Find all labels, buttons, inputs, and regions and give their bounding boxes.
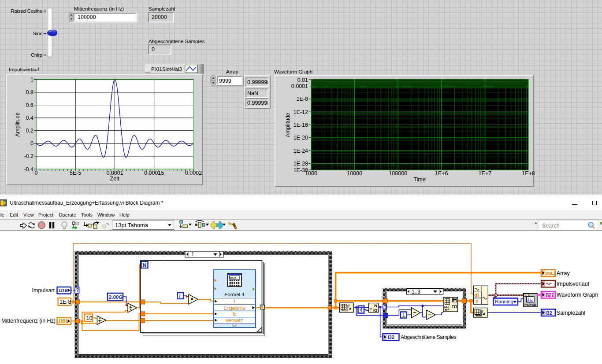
svg-text:1: 1 <box>191 251 194 257</box>
svg-text:DBL: DBL <box>59 318 69 324</box>
svg-text:1: 1 <box>402 313 405 318</box>
svg-text:Array: Array <box>557 270 570 276</box>
svg-text:?: ? <box>76 287 78 293</box>
svg-text:dt: dt <box>475 292 479 298</box>
svg-text:1E-20: 1E-20 <box>294 135 308 141</box>
svg-text:1E-28: 1E-28 <box>294 161 308 167</box>
svg-text:i: i <box>179 294 181 299</box>
svg-text:fc: fc <box>232 311 237 317</box>
svg-text:0.0001: 0.0001 <box>291 83 308 89</box>
svg-text:1E-12: 1E-12 <box>294 109 308 115</box>
svg-text:PS/PSD: PS/PSD <box>524 303 536 307</box>
svg-text:?: ? <box>384 305 386 309</box>
svg-text:0.01: 0.01 <box>297 77 308 83</box>
svg-text:Amplitude: Amplitude <box>285 113 291 137</box>
svg-text:÷: ÷ <box>370 306 372 311</box>
svg-text:N: N <box>143 262 147 268</box>
svg-text:10: 10 <box>86 315 93 321</box>
svg-text:I32: I32 <box>388 335 394 340</box>
svg-text:I32: I32 <box>546 310 552 316</box>
svg-text:Samplezahl: Samplezahl <box>557 310 585 316</box>
svg-text:1000: 1000 <box>305 170 317 176</box>
svg-text:IQ: IQ <box>373 308 377 313</box>
svg-text:Impulsart: Impulsart <box>32 287 55 294</box>
svg-text:t: t <box>234 298 235 305</box>
svg-text:U16: U16 <box>59 288 67 293</box>
svg-text:Waveform Graph: Waveform Graph <box>557 292 598 298</box>
svg-text:Y: Y <box>476 299 479 304</box>
svg-text:1E+8: 1E+8 <box>522 170 535 176</box>
svg-text:1E-8: 1E-8 <box>297 96 308 102</box>
svg-text:1E-8: 1E-8 <box>59 299 71 305</box>
svg-text:1..3: 1..3 <box>412 289 420 295</box>
svg-text:Time: Time <box>413 176 425 183</box>
svg-text:Ergebnis: Ergebnis <box>223 305 245 311</box>
svg-text:100000: 100000 <box>389 170 407 176</box>
svg-text:1E-16: 1E-16 <box>294 122 308 128</box>
svg-text:Hanning: Hanning <box>495 299 513 304</box>
svg-text:versatz: versatz <box>226 317 243 324</box>
svg-text:2.00G: 2.00G <box>109 294 123 300</box>
svg-text:f(x,y): f(x,y) <box>230 276 236 279</box>
svg-text:Impulsverlauf: Impulsverlauf <box>557 281 590 287</box>
svg-text:DBL]: DBL] <box>546 271 555 276</box>
svg-text:[]: [] <box>261 305 263 309</box>
svg-text:Formel 4: Formel 4 <box>224 292 245 297</box>
svg-text:1E+6: 1E+6 <box>435 170 448 176</box>
svg-text:1E-24: 1E-24 <box>294 148 308 154</box>
svg-text:4: 4 <box>360 307 363 313</box>
svg-text:Mittenfrequenz (in Hz): Mittenfrequenz (in Hz) <box>1 318 56 324</box>
svg-text:R: R <box>374 303 377 308</box>
svg-text:1E+7: 1E+7 <box>479 170 492 176</box>
svg-text:10000: 10000 <box>347 170 362 176</box>
svg-text:Abgeschnittene Samples: Abgeschnittene Samples <box>401 334 456 340</box>
